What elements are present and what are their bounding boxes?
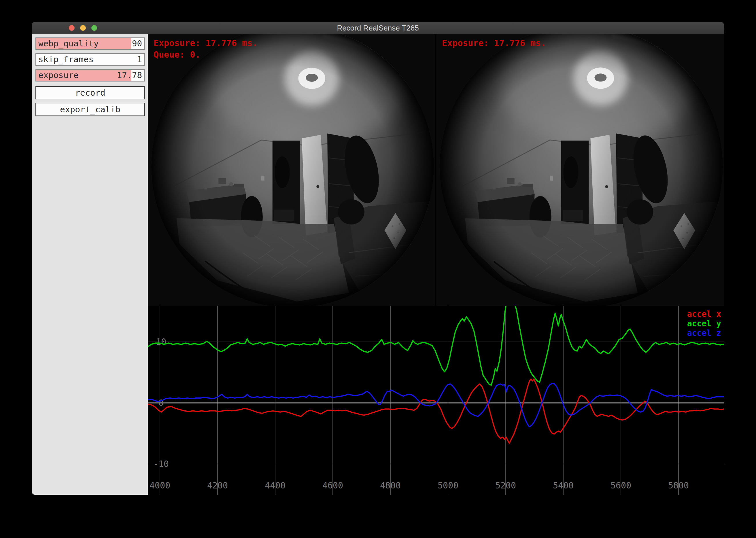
title-bar[interactable]: Record RealSense T265 <box>32 22 724 34</box>
legend-entry: accel z <box>687 328 721 338</box>
camera-view-left: Exposure: 17.776 ms.Queue: 0. <box>148 34 435 306</box>
x-tick-label: 4000 <box>149 480 170 491</box>
series-accel-z <box>148 383 724 427</box>
fisheye-image-right <box>436 34 724 306</box>
window-title: Record RealSense T265 <box>32 22 724 34</box>
record-button[interactable]: record <box>35 86 145 99</box>
x-tick-label: 5800 <box>668 480 689 491</box>
webp-quality-slider[interactable]: webp_quality 90 <box>35 37 145 50</box>
skip-frames-field[interactable]: skip_frames 1 <box>35 53 145 66</box>
webp-quality-label: webp_quality <box>38 38 99 49</box>
x-tick-label: 5000 <box>437 480 458 491</box>
app-window: Record RealSense T265 webp_quality 90 sk… <box>32 22 724 495</box>
y-tick-label: -10 <box>153 459 169 469</box>
exposure-text-right: Exposure: 17.776 ms. <box>442 38 546 48</box>
chart-legend: accel xaccel yaccel z <box>687 309 721 338</box>
webp-quality-value: 90 <box>132 38 142 49</box>
legend-entry: accel y <box>687 319 721 328</box>
sidebar: webp_quality 90 skip_frames 1 exposure 1… <box>32 34 148 495</box>
x-tick-label: 4600 <box>322 480 343 491</box>
skip-frames-value: 1 <box>137 54 142 65</box>
x-tick-label: 5600 <box>611 480 631 491</box>
legend-entry: accel x <box>687 309 721 319</box>
accel-chart: 100-104000420044004600480050005200540056… <box>148 306 724 495</box>
exposure-value: 17.78 <box>117 70 142 81</box>
y-tick-label: 0 <box>158 398 164 408</box>
skip-frames-label: skip_frames <box>38 54 94 65</box>
x-tick-label: 5400 <box>553 480 574 491</box>
x-tick-label: 4400 <box>265 480 285 491</box>
camera-view-right: Exposure: 17.776 ms. <box>436 34 724 306</box>
exposure-text-left: Exposure: 17.776 ms. <box>153 38 258 48</box>
queue-text-left: Queue: 0. <box>153 50 201 60</box>
series-accel-y <box>148 306 724 385</box>
export-calib-button[interactable]: export_calib <box>35 103 145 116</box>
x-tick-label: 5200 <box>495 480 516 491</box>
exposure-label: exposure <box>38 70 79 81</box>
camera-left-overlay: Exposure: 17.776 ms.Queue: 0. <box>153 37 258 61</box>
exposure-slider[interactable]: exposure 17.78 <box>35 69 145 81</box>
x-tick-label: 4200 <box>207 480 228 491</box>
x-tick-label: 4800 <box>380 480 401 491</box>
fisheye-image-left <box>148 34 435 306</box>
y-tick-label: 10 <box>156 337 166 347</box>
camera-right-overlay: Exposure: 17.776 ms. <box>442 37 546 49</box>
desktop: Record RealSense T265 webp_quality 90 sk… <box>0 0 756 538</box>
